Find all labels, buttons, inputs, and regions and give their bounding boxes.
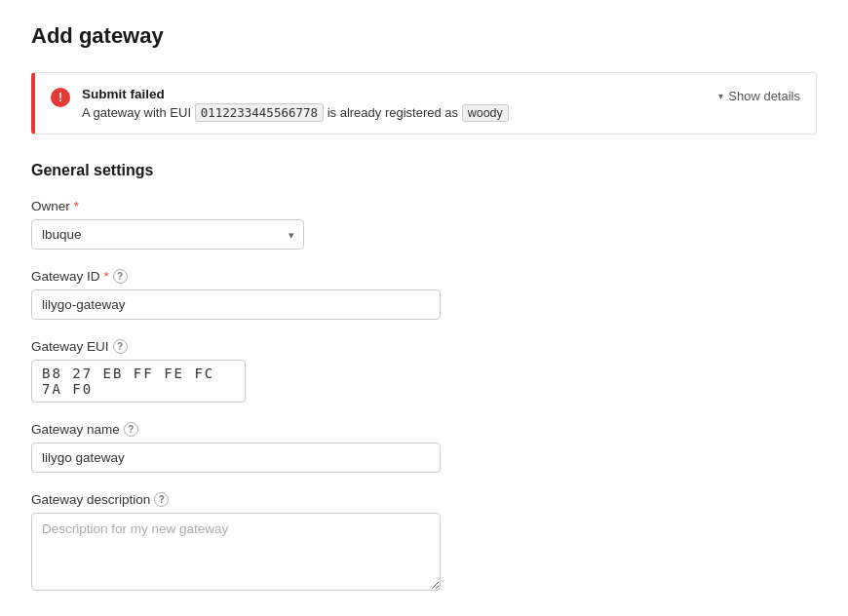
error-title: Submit failed bbox=[82, 87, 509, 101]
gateway-name-field-group: Gateway name ? bbox=[31, 422, 817, 473]
page-title: Add gateway bbox=[31, 23, 817, 49]
error-banner: Submit failed A gateway with EUI 0112233… bbox=[31, 72, 817, 135]
error-eui-badge: 0112233445566778 bbox=[195, 103, 324, 122]
owner-label: Owner * bbox=[31, 199, 817, 213]
error-message: A gateway with EUI 0112233445566778 is a… bbox=[82, 105, 509, 120]
error-msg-middle: is already registered as bbox=[324, 105, 462, 120]
gateway-eui-field-group: Gateway EUI ? B8 27 EB FF FE FC 7A F0 bbox=[31, 339, 817, 403]
gateway-id-field-group: Gateway ID * ? bbox=[31, 269, 817, 320]
gateway-id-required-star: * bbox=[104, 269, 109, 284]
gateway-id-label: Gateway ID * ? bbox=[31, 269, 817, 284]
gateway-description-label: Gateway description ? bbox=[31, 492, 817, 507]
gateway-eui-label: Gateway EUI ? bbox=[31, 339, 817, 354]
gateway-description-label-text: Gateway description bbox=[31, 492, 150, 507]
gateway-description-textarea[interactable] bbox=[31, 513, 441, 591]
error-msg-prefix: A gateway with EUI bbox=[82, 105, 195, 120]
gateway-eui-label-text: Gateway EUI bbox=[31, 339, 109, 354]
show-details-label: Show details bbox=[728, 89, 800, 103]
owner-required-star: * bbox=[74, 199, 79, 213]
owner-label-text: Owner bbox=[31, 199, 70, 213]
error-icon bbox=[51, 88, 70, 107]
error-text: Submit failed A gateway with EUI 0112233… bbox=[82, 87, 509, 120]
gateway-description-help-icon[interactable]: ? bbox=[154, 492, 169, 507]
owner-select[interactable]: lbuque bbox=[31, 219, 304, 250]
show-details-button[interactable]: ▾ Show details bbox=[718, 89, 800, 103]
gateway-description-field-group: Gateway description ? bbox=[31, 492, 817, 594]
owner-field-group: Owner * lbuque ▾ bbox=[31, 199, 817, 250]
owner-select-wrapper: lbuque ▾ bbox=[31, 219, 304, 250]
general-settings-section: General settings Owner * lbuque ▾ Gatewa… bbox=[31, 162, 817, 594]
gateway-eui-display: B8 27 EB FF FE FC 7A F0 bbox=[31, 360, 246, 403]
error-banner-content: Submit failed A gateway with EUI 0112233… bbox=[51, 87, 509, 120]
gateway-id-input[interactable] bbox=[31, 289, 441, 320]
gateway-name-input[interactable] bbox=[31, 443, 441, 473]
gateway-eui-value: B8 27 EB FF FE FC 7A F0 bbox=[42, 366, 235, 397]
section-title: General settings bbox=[31, 162, 817, 179]
gateway-name-help-icon[interactable]: ? bbox=[124, 422, 138, 437]
gateway-id-help-icon[interactable]: ? bbox=[113, 269, 128, 284]
gateway-name-label: Gateway name ? bbox=[31, 422, 817, 437]
gateway-name-label-text: Gateway name bbox=[31, 422, 120, 437]
gateway-id-label-text: Gateway ID bbox=[31, 269, 100, 284]
chevron-down-icon: ▾ bbox=[718, 91, 723, 101]
error-registered-name-badge: woody bbox=[462, 104, 509, 122]
gateway-eui-help-icon[interactable]: ? bbox=[113, 339, 128, 354]
